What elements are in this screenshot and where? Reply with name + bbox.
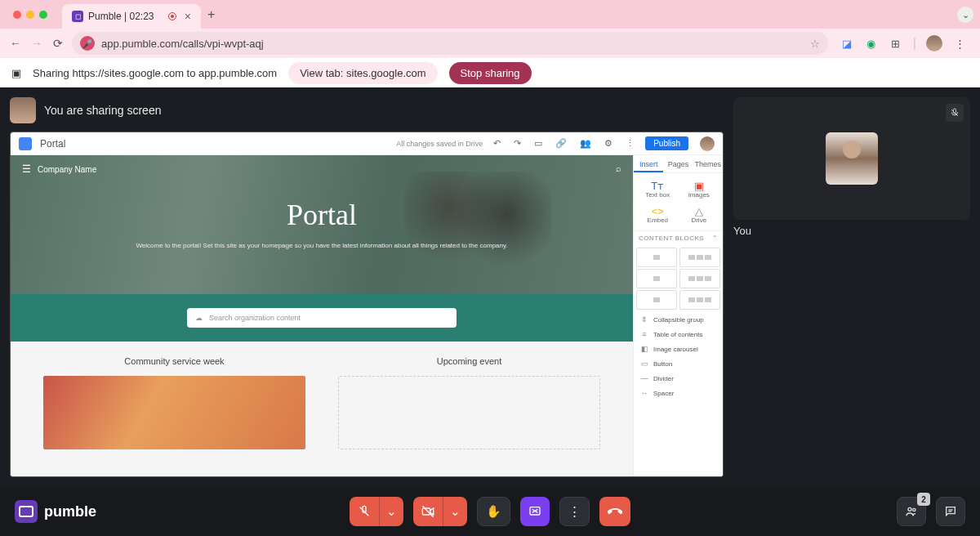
sites-doc-title[interactable]: Portal bbox=[40, 138, 65, 150]
back-button[interactable]: ← bbox=[8, 37, 23, 50]
more-options-button[interactable]: ⋮ bbox=[559, 497, 590, 526]
tool-embed[interactable]: <>Embed bbox=[637, 202, 679, 227]
menu-icon[interactable]: ☰ bbox=[22, 163, 31, 175]
hangup-button[interactable] bbox=[599, 497, 630, 526]
hero-title[interactable]: Portal bbox=[287, 198, 357, 232]
svg-point-7 bbox=[908, 507, 911, 511]
self-video-tile[interactable] bbox=[733, 97, 970, 220]
call-control-bar: pumble ⌄ ⌄ ✋ ⋮ 2 bbox=[0, 487, 980, 536]
content-block[interactable] bbox=[679, 269, 720, 288]
content-section[interactable]: Community service week Upcoming event bbox=[11, 342, 633, 464]
sharing-label: You are sharing screen bbox=[44, 104, 161, 117]
content-block[interactable] bbox=[679, 290, 720, 310]
more-icon[interactable]: ⋮ bbox=[623, 138, 637, 149]
view-tab-button[interactable]: View tab: sites.google.com bbox=[288, 62, 437, 84]
content-block[interactable] bbox=[636, 269, 677, 288]
browser-tab[interactable]: ◻ Pumble | 02:23 × bbox=[62, 4, 201, 29]
minimize-window-icon[interactable] bbox=[26, 11, 34, 19]
extension-icon[interactable]: ◪ bbox=[840, 36, 854, 51]
participants-count: 2 bbox=[917, 493, 930, 506]
tab-dropdown-icon[interactable]: ⌄ bbox=[957, 7, 973, 23]
publish-button[interactable]: Publish bbox=[645, 136, 688, 150]
share-icon[interactable]: 👥 bbox=[577, 138, 594, 149]
mic-toggle-button[interactable]: ⌄ bbox=[350, 497, 403, 526]
recording-indicator-icon bbox=[168, 12, 176, 20]
search-placeholder: Search organization content bbox=[209, 314, 301, 322]
sites-toolbar: Portal All changes saved in Drive ↶ ↷ ▭ … bbox=[11, 132, 723, 155]
close-tab-icon[interactable]: × bbox=[185, 10, 191, 23]
image-placeholder[interactable] bbox=[338, 376, 600, 449]
content-block[interactable] bbox=[636, 290, 677, 310]
maximize-window-icon[interactable] bbox=[39, 11, 47, 19]
chat-button[interactable] bbox=[936, 497, 965, 526]
undo-icon[interactable]: ↶ bbox=[491, 138, 503, 149]
tab-pages[interactable]: Pages bbox=[663, 155, 693, 172]
sites-avatar[interactable] bbox=[700, 136, 715, 151]
extension-icon[interactable]: ◉ bbox=[864, 36, 879, 51]
extensions-menu-icon[interactable]: ⊞ bbox=[889, 36, 903, 51]
hero-section[interactable]: ☰ Company Name ⌕ Portal Welcome to the p… bbox=[11, 155, 633, 294]
tool-textbox[interactable]: TᴛText box bbox=[637, 176, 679, 202]
search-icon[interactable]: ⌕ bbox=[616, 163, 621, 173]
chrome-menu-icon[interactable]: ⋮ bbox=[952, 36, 967, 51]
bookmark-icon[interactable]: ☆ bbox=[810, 38, 820, 50]
tab-title: Pumble | 02:23 bbox=[88, 11, 154, 22]
forward-button[interactable]: → bbox=[29, 37, 44, 50]
search-section[interactable]: ☁ Search organization content bbox=[11, 294, 633, 342]
link-icon[interactable]: 🔗 bbox=[553, 138, 569, 149]
extensions: ◪ ◉ ⊞ | ⋮ bbox=[835, 35, 972, 51]
share-header: You are sharing screen bbox=[10, 97, 724, 123]
redo-icon[interactable]: ↷ bbox=[511, 138, 523, 149]
preview-icon[interactable]: ▭ bbox=[532, 138, 545, 149]
camera-options-button[interactable]: ⌄ bbox=[443, 504, 467, 519]
tab-insert[interactable]: Insert bbox=[634, 155, 663, 172]
stop-sharing-button[interactable]: Stop sharing bbox=[449, 62, 532, 84]
self-avatar bbox=[826, 132, 878, 185]
self-label: You bbox=[733, 225, 970, 237]
content-blocks-header[interactable]: CONTENT BLOCKS⌃ bbox=[634, 230, 723, 245]
column-heading[interactable]: Community service week bbox=[43, 356, 305, 366]
sites-sidebar: Insert Pages Themes TᴛText box ▣Images <… bbox=[633, 155, 723, 476]
widget-toc[interactable]: ≡Table of contents bbox=[634, 327, 723, 342]
cloud-search-icon: ☁ bbox=[195, 314, 203, 322]
participants-button[interactable]: 2 bbox=[897, 497, 926, 526]
mic-permission-icon[interactable]: 🎤 bbox=[80, 36, 95, 51]
widget-divider[interactable]: —Divider bbox=[634, 371, 723, 386]
widget-button[interactable]: ▭Button bbox=[634, 356, 723, 371]
brand-name: pumble bbox=[44, 503, 96, 520]
stop-share-button[interactable] bbox=[520, 497, 550, 526]
mic-muted-icon bbox=[946, 104, 964, 122]
tool-drive[interactable]: △Drive bbox=[679, 202, 720, 227]
search-input[interactable]: ☁ Search organization content bbox=[187, 308, 457, 328]
close-window-icon[interactable] bbox=[13, 11, 21, 19]
sites-canvas[interactable]: ☰ Company Name ⌕ Portal Welcome to the p… bbox=[11, 155, 633, 476]
shared-screen-column: You are sharing screen Portal All change… bbox=[10, 97, 724, 477]
tab-themes[interactable]: Themes bbox=[693, 155, 723, 172]
new-tab-button[interactable]: + bbox=[207, 7, 215, 22]
shared-content: Portal All changes saved in Drive ↶ ↷ ▭ … bbox=[10, 132, 724, 477]
mic-options-button[interactable]: ⌄ bbox=[380, 504, 403, 519]
save-status: All changes saved in Drive bbox=[396, 140, 483, 148]
hero-subtitle[interactable]: Welcome to the portal! Set this site as … bbox=[136, 242, 507, 249]
svg-line-3 bbox=[422, 506, 433, 516]
widget-spacer[interactable]: ↔Spacer bbox=[634, 386, 723, 400]
presenter-avatar bbox=[10, 97, 36, 123]
column-image[interactable] bbox=[43, 376, 305, 449]
pumble-favicon-icon: ◻ bbox=[72, 11, 83, 22]
widget-collapsible[interactable]: ⇕Collapsible group bbox=[634, 312, 723, 327]
content-block[interactable] bbox=[679, 248, 720, 267]
reload-button[interactable]: ⟳ bbox=[51, 37, 65, 50]
camera-toggle-button[interactable]: ⌄ bbox=[413, 497, 467, 526]
column-heading[interactable]: Upcoming event bbox=[338, 356, 600, 366]
chevron-up-icon: ⌃ bbox=[712, 234, 719, 242]
settings-icon[interactable]: ⚙ bbox=[602, 138, 615, 149]
content-block[interactable] bbox=[636, 248, 677, 267]
profile-avatar[interactable] bbox=[926, 35, 942, 51]
hero-image bbox=[404, 172, 551, 294]
address-bar[interactable]: 🎤 app.pumble.com/calls/vpi-wvpt-aqj ☆ bbox=[72, 32, 828, 55]
company-name[interactable]: Company Name bbox=[38, 165, 96, 174]
tool-images[interactable]: ▣Images bbox=[679, 176, 720, 202]
widget-carousel[interactable]: ◧Image carousel bbox=[634, 342, 723, 356]
sites-logo-icon[interactable] bbox=[19, 137, 32, 150]
raise-hand-button[interactable]: ✋ bbox=[477, 497, 510, 526]
